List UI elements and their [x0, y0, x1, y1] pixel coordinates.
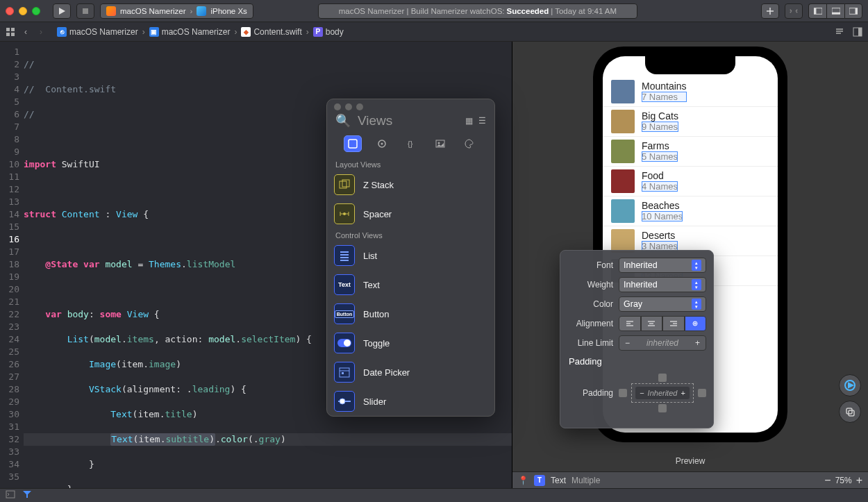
stepper-plus-button[interactable]: + — [681, 389, 685, 397]
padding-value-stepper[interactable]: − Inherited + — [635, 387, 690, 399]
linelimit-stepper[interactable]: − inherited + — [619, 335, 706, 351]
padding-left-checkbox[interactable] — [619, 389, 627, 397]
list-item[interactable]: Big Cats 9 Names — [603, 107, 778, 137]
swift-file-icon: ◆ — [241, 27, 251, 37]
filter-icon[interactable] — [22, 490, 32, 501]
library-item-icon — [334, 391, 355, 412]
nav-forward-button[interactable]: › — [35, 26, 47, 38]
zoom-window-icon[interactable] — [32, 7, 40, 15]
color-select[interactable]: Gray — [619, 296, 706, 312]
media-tab[interactable] — [431, 135, 449, 152]
grid-view-icon[interactable]: ▦ — [465, 116, 473, 126]
align-left-button[interactable] — [619, 316, 641, 331]
live-preview-button[interactable] — [839, 374, 861, 396]
row-title: Big Cats — [642, 110, 678, 122]
list-item[interactable]: Mountains 7 Names — [603, 77, 778, 107]
thumbnail-icon — [611, 110, 635, 133]
library-item[interactable]: Date Picker — [327, 358, 494, 387]
row-title: Mountains — [642, 81, 687, 92]
library-item[interactable]: List — [327, 241, 494, 270]
minimize-window-icon[interactable] — [19, 7, 27, 15]
list-view-icon[interactable]: ☰ — [478, 116, 486, 126]
align-right-button[interactable] — [662, 316, 685, 331]
zoom-out-button[interactable]: − — [824, 474, 831, 487]
popover-window-controls — [327, 99, 494, 110]
font-select[interactable]: Inherited — [619, 258, 706, 273]
run-button[interactable] — [53, 3, 71, 19]
library-item[interactable]: Spacer — [327, 199, 494, 228]
breadcrumb-file[interactable]: ◆ Content.swift — [241, 27, 301, 37]
thumbnail-icon — [611, 199, 635, 223]
related-items-icon[interactable] — [4, 26, 17, 38]
duplicate-preview-button[interactable] — [839, 401, 861, 423]
list-item[interactable]: Beaches 10 Names — [603, 196, 778, 226]
row-subtitle: 10 Names — [642, 211, 683, 221]
search-icon[interactable]: 🔍 — [335, 113, 351, 128]
library-add-button[interactable] — [761, 3, 779, 19]
canvas-selection-bar: 📍 T Text Multiple − 75% + — [512, 471, 868, 488]
row-subtitle: 5 Names — [642, 151, 678, 162]
snippets-tab[interactable]: {} — [402, 135, 420, 152]
library-item[interactable]: Button Button — [327, 299, 494, 328]
modifiers-tab[interactable] — [373, 135, 391, 152]
color-tab[interactable] — [460, 135, 478, 152]
library-popover: 🔍 Views ▦ ☰ {} Layout Views Z Stack Spac… — [326, 99, 495, 417]
thumbnail-icon — [611, 169, 635, 193]
zoom-in-button[interactable]: + — [856, 474, 862, 487]
breadcrumb-project[interactable]: ⎋ macOS Namerizer — [57, 27, 138, 37]
list-item[interactable]: Farms 5 Names — [603, 137, 778, 167]
select-stepper-icon[interactable] — [692, 260, 701, 271]
toggle-right-panel-button[interactable] — [844, 3, 862, 19]
version-editor-button[interactable] — [785, 3, 803, 19]
library-item[interactable]: Slider — [327, 387, 494, 416]
scheme-selector[interactable]: macOS Namerizer › iPhone Xs — [100, 3, 253, 19]
align-center-button[interactable] — [641, 316, 663, 331]
select-stepper-icon[interactable] — [692, 299, 701, 310]
popover-close-icon[interactable] — [334, 103, 341, 110]
library-item[interactable]: Toggle — [327, 328, 494, 358]
activity-status[interactable]: macOS Namerizer | Build Namerizer watchO… — [318, 3, 637, 19]
library-item-label: Toggle — [363, 338, 390, 349]
align-default-button[interactable] — [685, 316, 707, 331]
svg-rect-5 — [832, 12, 840, 14]
minimap-toggle-icon[interactable] — [833, 26, 846, 38]
close-window-icon[interactable] — [6, 7, 14, 15]
scheme-device-name: iPhone Xs — [210, 7, 247, 15]
row-subtitle: 7 Names — [642, 92, 687, 102]
padding-right-checkbox[interactable] — [698, 389, 706, 397]
views-tab[interactable] — [344, 135, 362, 152]
panel-toggle-group — [808, 3, 862, 19]
padding-section-header: Padding — [569, 356, 706, 367]
stepper-minus-button[interactable]: − — [640, 389, 644, 397]
adjust-editor-options-icon[interactable] — [851, 26, 864, 38]
toggle-left-panel-button[interactable] — [808, 3, 826, 19]
list-item[interactable]: Food 4 Names — [603, 167, 778, 196]
nav-back-button[interactable]: ‹ — [19, 26, 32, 38]
popover-zoom-icon[interactable] — [356, 103, 363, 110]
toggle-bottom-panel-button[interactable] — [826, 3, 844, 19]
library-item[interactable]: Z Stack — [327, 170, 494, 199]
svg-point-23 — [437, 142, 440, 144]
breadcrumb-symbol[interactable]: P body — [313, 27, 344, 37]
stop-button[interactable] — [76, 3, 94, 19]
svg-rect-9 — [11, 28, 15, 31]
padding-label: Padding — [567, 388, 613, 398]
padding-top-checkbox[interactable] — [658, 374, 667, 382]
debug-console-icon[interactable] — [6, 490, 15, 501]
library-item[interactable]: Text Text — [327, 270, 494, 299]
weight-select[interactable]: Inherited — [619, 277, 706, 292]
alignment-segmented — [619, 316, 706, 331]
pin-icon[interactable]: 📍 — [518, 476, 528, 485]
select-stepper-icon[interactable] — [692, 279, 701, 290]
library-search-input[interactable]: Views — [358, 113, 458, 128]
library-category-tabs: {} — [327, 134, 494, 158]
stepper-minus-button[interactable]: − — [625, 338, 630, 348]
popover-min-icon[interactable] — [345, 103, 352, 110]
row-title: Deserts — [642, 230, 678, 241]
stepper-plus-button[interactable]: + — [695, 338, 700, 348]
breadcrumb-folder[interactable]: ▣ macOS Namerizer — [149, 27, 231, 37]
svg-rect-13 — [858, 28, 862, 36]
project-icon: ⎋ — [57, 27, 67, 37]
padding-bottom-checkbox[interactable] — [658, 404, 667, 412]
library-item-label: Button — [363, 309, 390, 319]
